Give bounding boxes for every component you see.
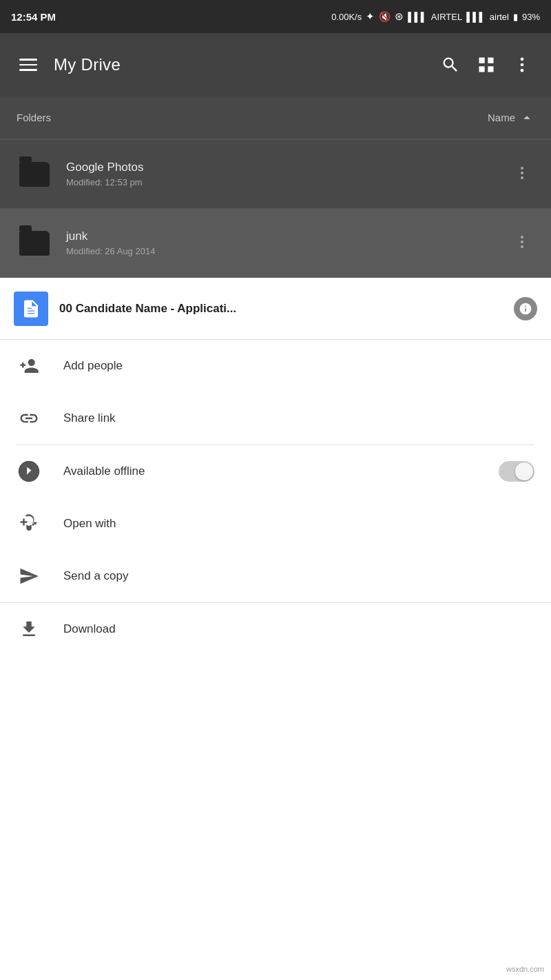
carrier1-label: AIRTEL — [431, 12, 462, 22]
offline-icon — [17, 460, 41, 483]
menu-line2 — [19, 64, 37, 66]
battery-icon: ▮ — [513, 12, 518, 22]
sort-button[interactable]: Name — [488, 110, 534, 125]
folder-name: junk — [66, 229, 507, 243]
svg-point-6 — [521, 236, 523, 238]
bluetooth-icon: ✦ — [366, 10, 375, 23]
folder-icon-wrap — [14, 162, 55, 187]
file-doc-icon — [14, 292, 48, 326]
signal2-icon: ▌▌▌ — [466, 12, 486, 22]
share-link-label: Share link — [63, 411, 534, 425]
mute-icon: 🔇 — [379, 11, 391, 22]
open-with-label: Open with — [63, 517, 534, 531]
folder-more-button[interactable] — [507, 227, 537, 260]
grid-view-button[interactable] — [471, 50, 501, 80]
folder-item[interactable]: Google Photos Modified: 12:53 pm — [0, 140, 551, 209]
menu-line1 — [19, 59, 37, 61]
send-copy-icon — [17, 566, 41, 586]
svg-point-1 — [521, 63, 524, 67]
svg-point-0 — [521, 58, 524, 61]
folder-more-button[interactable] — [507, 158, 537, 191]
sort-asc-icon — [519, 110, 534, 125]
battery-label: 93% — [522, 12, 540, 22]
download-label: Download — [63, 622, 534, 636]
download-icon — [17, 619, 41, 640]
offline-toggle[interactable] — [499, 461, 534, 482]
svg-point-8 — [521, 245, 523, 248]
file-header: 00 Candidate Name - Applicati... — [0, 278, 551, 340]
add-person-icon — [17, 356, 41, 376]
open-with-icon — [17, 513, 41, 534]
available-offline-label: Available offline — [63, 465, 477, 478]
grid-icon — [477, 55, 496, 74]
more-vert-icon — [512, 55, 532, 74]
send-copy-label: Send a copy — [63, 569, 534, 583]
link-icon — [17, 408, 41, 429]
page-title: My Drive — [54, 55, 424, 74]
folder-icon — [19, 162, 50, 187]
network-speed: 0.00K/s — [331, 12, 362, 22]
folder-icon-wrap — [14, 231, 55, 256]
folder-name: Google Photos — [66, 161, 507, 174]
menu-line3 — [19, 69, 37, 71]
folder-modified: Modified: 12:53 pm — [66, 177, 507, 187]
carrier2-label: airtel — [490, 12, 509, 22]
sort-label: Name — [488, 112, 515, 123]
status-time: 12:54 PM — [11, 11, 56, 23]
svg-point-4 — [521, 172, 523, 174]
search-button[interactable] — [435, 50, 466, 80]
offline-toggle-wrap — [499, 461, 534, 482]
menu-button[interactable] — [14, 53, 43, 76]
app-bar: My Drive — [0, 33, 551, 96]
add-people-label: Add people — [63, 359, 534, 373]
doc-icon — [21, 298, 41, 319]
status-bar: 12:54 PM 0.00K/s ✦ 🔇 ⊛ ▌▌▌ AIRTEL ▌▌▌ ai… — [0, 0, 551, 33]
more-vert-icon — [514, 234, 530, 250]
context-menu-sheet: 00 Candidate Name - Applicati... Add peo… — [0, 278, 551, 655]
svg-point-5 — [521, 176, 523, 179]
folder-modified: Modified: 26 Aug 2014 — [66, 246, 507, 256]
folder-info: Google Photos Modified: 12:53 pm — [55, 161, 507, 187]
svg-point-2 — [521, 69, 524, 72]
open-with-item[interactable]: Open with — [0, 498, 551, 550]
svg-point-3 — [521, 167, 523, 170]
app-bar-actions — [435, 50, 537, 80]
folder-item[interactable]: junk Modified: 26 Aug 2014 — [0, 209, 551, 278]
folder-icon — [19, 231, 50, 256]
status-network: 0.00K/s ✦ 🔇 ⊛ ▌▌▌ AIRTEL ▌▌▌ airtel ▮ 93… — [331, 10, 540, 23]
watermark: wsxdn.com — [506, 965, 544, 973]
folder-info: junk Modified: 26 Aug 2014 — [55, 229, 507, 256]
wifi-icon: ⊛ — [395, 10, 404, 23]
file-info-button[interactable] — [514, 297, 537, 320]
send-copy-item[interactable]: Send a copy — [0, 550, 551, 602]
share-link-item[interactable]: Share link — [0, 392, 551, 445]
more-vert-icon — [514, 165, 530, 181]
folders-section-header: Folders Name — [0, 96, 551, 139]
search-icon — [441, 55, 460, 74]
file-name: 00 Candidate Name - Applicati... — [59, 302, 503, 316]
signal-icon: ▌▌▌ — [408, 12, 427, 22]
available-offline-item[interactable]: Available offline — [0, 445, 551, 498]
svg-point-7 — [521, 241, 523, 243]
add-people-item[interactable]: Add people — [0, 340, 551, 392]
info-icon — [519, 302, 532, 316]
more-options-button[interactable] — [507, 50, 537, 80]
folders-label: Folders — [17, 112, 51, 123]
download-item[interactable]: Download — [0, 602, 551, 655]
